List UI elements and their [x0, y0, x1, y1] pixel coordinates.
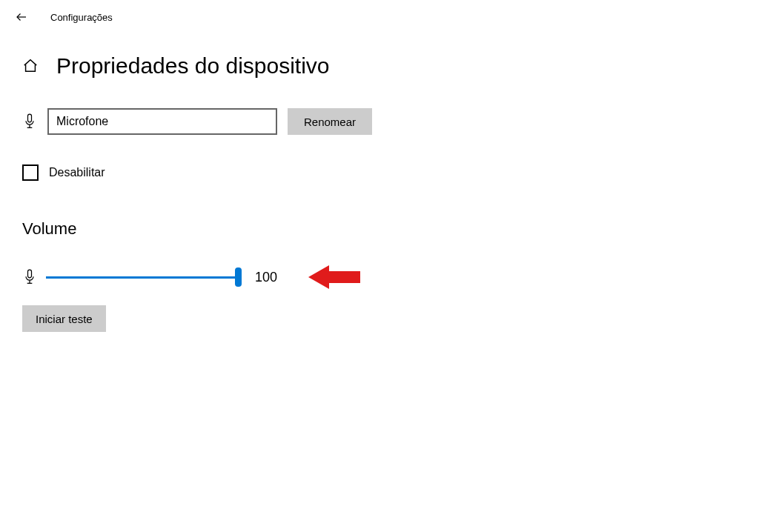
volume-row: 100 — [22, 262, 737, 292]
svg-rect-4 — [28, 270, 32, 278]
annotation-arrow-icon — [308, 262, 362, 292]
back-button[interactable] — [15, 10, 28, 24]
page-title-row: Propriedades do dispositivo — [0, 31, 759, 93]
microphone-icon — [22, 112, 37, 131]
home-icon[interactable] — [22, 58, 39, 74]
header-bar: Configurações — [0, 0, 759, 31]
breadcrumb: Configurações — [50, 12, 113, 23]
rename-button[interactable]: Renomear — [288, 108, 372, 135]
volume-microphone-icon — [22, 267, 37, 287]
device-name-input[interactable] — [47, 108, 277, 135]
svg-marker-7 — [308, 265, 360, 289]
volume-value: 100 — [255, 270, 277, 285]
page-title: Propriedades do dispositivo — [56, 53, 330, 79]
device-row: Renomear — [22, 108, 737, 135]
disable-label: Desabilitar — [49, 166, 105, 179]
start-test-button[interactable]: Iniciar teste — [22, 305, 106, 332]
slider-thumb[interactable] — [235, 267, 242, 287]
volume-slider[interactable] — [46, 268, 239, 286]
slider-track — [46, 276, 239, 279]
volume-section-label: Volume — [22, 219, 737, 239]
svg-rect-1 — [28, 114, 32, 122]
disable-checkbox[interactable] — [22, 164, 39, 181]
disable-row: Desabilitar — [22, 164, 737, 181]
